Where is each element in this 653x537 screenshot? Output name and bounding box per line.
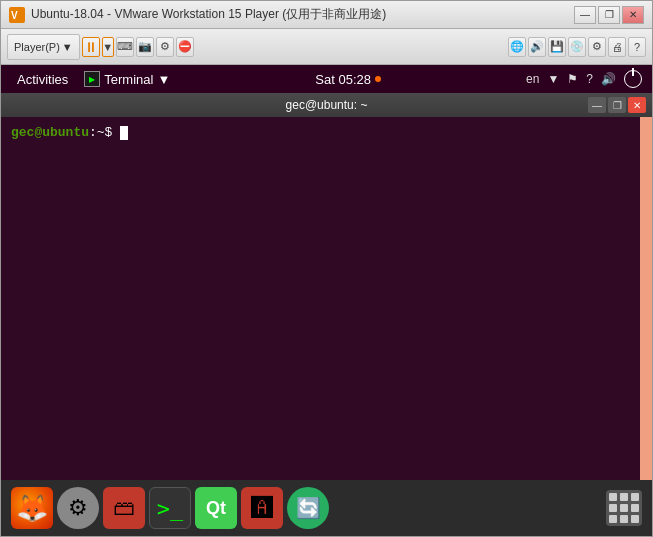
dock-firefox[interactable]: 🦊: [11, 487, 53, 529]
terminal-maximize[interactable]: ❐: [608, 97, 626, 113]
clock-text: Sat 05:28: [315, 72, 371, 87]
terminal-cursor: [120, 126, 128, 140]
floppy-icon[interactable]: 💾: [548, 37, 566, 57]
settings-icon[interactable]: ⚙: [156, 37, 174, 57]
volume-icon[interactable]: 🔊: [601, 72, 616, 86]
terminal-controls: — ❐ ✕: [588, 97, 646, 113]
clock-dot: [375, 76, 381, 82]
software-center-icon: 🅰: [251, 495, 273, 521]
network-icon[interactable]: 🌐: [508, 37, 526, 57]
ubuntu-topbar: Activities ▶ Terminal ▼ Sat 05:28 en ▼ ⚑…: [1, 65, 652, 93]
accessibility-icon[interactable]: ⚑: [567, 72, 578, 86]
vmware-window-title: Ubuntu-18.04 - VMware Workstation 15 Pla…: [31, 6, 574, 23]
dock-archive-manager[interactable]: 🗃: [103, 487, 145, 529]
power-menu[interactable]: [624, 70, 642, 88]
terminal-titlebar: gec@ubuntu: ~ — ❐ ✕: [1, 93, 652, 117]
prompt-space: [112, 125, 120, 140]
firefox-icon: 🦊: [16, 493, 48, 524]
terminal-dock-icon: >_: [157, 496, 184, 521]
terminal-close[interactable]: ✕: [628, 97, 646, 113]
prompt-username: gec@ubuntu: [11, 125, 89, 140]
close-button[interactable]: ✕: [622, 6, 644, 24]
usb-icon[interactable]: ⛔: [176, 37, 194, 57]
system-tray: en ▼ ⚑ ? 🔊: [526, 70, 642, 88]
dock-software-center[interactable]: 🅰: [241, 487, 283, 529]
terminal-minimize[interactable]: —: [588, 97, 606, 113]
activities-button[interactable]: Activities: [11, 72, 74, 87]
show-applications-button[interactable]: [606, 490, 642, 526]
terminal-title: gec@ubuntu: ~: [286, 98, 368, 112]
archive-icon: 🗃: [113, 495, 135, 521]
vmware-logo-icon: V: [9, 7, 25, 23]
terminal-scrollbar[interactable]: [640, 117, 652, 480]
dock-terminal[interactable]: >_: [149, 487, 191, 529]
lang-dropdown-arrow[interactable]: ▼: [547, 72, 559, 86]
minimize-button[interactable]: —: [574, 6, 596, 24]
player-menu-button[interactable]: Player(P) ▼: [7, 34, 80, 60]
terminal-menu-label: Terminal: [104, 72, 153, 87]
send-ctrl-alt-del-icon[interactable]: ⌨: [116, 37, 134, 57]
update-icon: 🔄: [296, 496, 321, 520]
terminal-menu[interactable]: ▶ Terminal ▼: [84, 71, 170, 87]
help-icon[interactable]: ?: [628, 37, 646, 57]
pause-dropdown[interactable]: ▼: [102, 37, 114, 57]
restore-button[interactable]: ❐: [598, 6, 620, 24]
vmware-toolbar: Player(P) ▼ ⏸ ▼ ⌨ 📷 ⚙ ⛔ 🌐 🔊 💾 💿 ⚙ 🖨 ?: [1, 29, 652, 65]
sound-icon[interactable]: 🔊: [528, 37, 546, 57]
svg-text:V: V: [11, 10, 18, 21]
screenshot-icon[interactable]: 📷: [136, 37, 154, 57]
cd-icon[interactable]: 💿: [568, 37, 586, 57]
dock-update-manager[interactable]: 🔄: [287, 487, 329, 529]
vmware-titlebar: V Ubuntu-18.04 - VMware Workstation 15 P…: [1, 1, 652, 29]
dock-qt-creator[interactable]: Qt: [195, 487, 237, 529]
terminal-body[interactable]: gec@ubuntu :~$: [1, 117, 652, 480]
settings2-icon[interactable]: ⚙: [588, 37, 606, 57]
help-tray-icon[interactable]: ?: [586, 72, 593, 86]
qt-icon: Qt: [206, 498, 226, 519]
dock-system-settings[interactable]: ⚙: [57, 487, 99, 529]
terminal-window: gec@ubuntu: ~ — ❐ ✕ gec@ubuntu :~$: [1, 93, 652, 480]
window-controls: — ❐ ✕: [574, 6, 644, 24]
terminal-menu-icon: ▶: [84, 71, 100, 87]
apps-grid-icon: [609, 493, 639, 523]
terminal-prompt: gec@ubuntu :~$: [11, 125, 642, 140]
player-dropdown-arrow: ▼: [62, 41, 73, 53]
player-menu-label: Player(P): [14, 41, 60, 53]
settings-dock-icon: ⚙: [68, 495, 88, 521]
pause-button[interactable]: ⏸: [82, 37, 100, 57]
lang-indicator[interactable]: en: [526, 72, 539, 86]
terminal-menu-arrow: ▼: [157, 72, 170, 87]
vmware-window: V Ubuntu-18.04 - VMware Workstation 15 P…: [0, 0, 653, 537]
ubuntu-clock[interactable]: Sat 05:28: [170, 72, 526, 87]
printer-icon[interactable]: 🖨: [608, 37, 626, 57]
vm-content: Activities ▶ Terminal ▼ Sat 05:28 en ▼ ⚑…: [1, 65, 652, 536]
ubuntu-dock: 🦊 ⚙ 🗃 >_ Qt 🅰 🔄: [1, 480, 652, 536]
prompt-path: :~$: [89, 125, 112, 140]
